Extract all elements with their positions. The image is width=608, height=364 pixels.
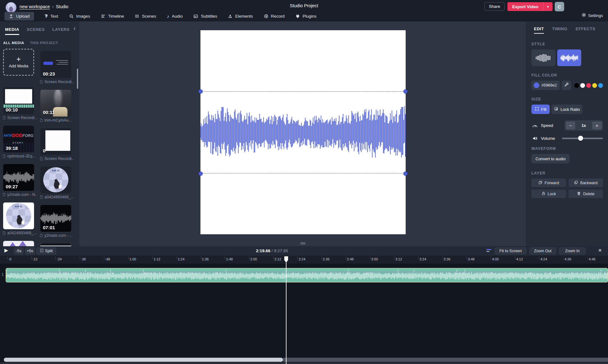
settings-label: Settings <box>588 13 603 18</box>
fit-to-screen-button[interactable]: Fit to Screen <box>495 247 526 254</box>
media-scrollbar[interactable] <box>77 69 78 89</box>
share-button[interactable]: Share <box>484 2 505 11</box>
speed-value: 1x <box>575 123 592 128</box>
tab-edit[interactable]: EDIT <box>534 26 544 34</box>
fill-corners-icon <box>535 107 539 112</box>
audio-track[interactable] <box>6 268 608 282</box>
selection-handle-tl[interactable] <box>199 89 203 94</box>
toolbar-item-subtitles[interactable]: Subtitles <box>193 14 217 19</box>
media-item[interactable]: 00:11 <box>40 90 71 117</box>
media-item[interactable]: 07:01 <box>40 205 71 232</box>
layer-section-label: LAYER <box>531 171 603 175</box>
ruler-tick <box>32 257 32 259</box>
zoom-out-button[interactable]: Zoom Out <box>530 247 556 254</box>
tab-effects[interactable]: EFFECTS <box>576 26 595 34</box>
palette-color[interactable] <box>586 83 591 88</box>
play-button[interactable]: ▶ <box>4 247 8 253</box>
style-wave-button[interactable] <box>557 49 581 66</box>
volume-slider[interactable] <box>562 136 603 141</box>
lock-ratio-button[interactable]: Lock Ratio <box>552 105 582 114</box>
speed-decrease-button[interactable]: − <box>566 122 575 129</box>
layer-delete-button[interactable]: Delete <box>569 190 603 198</box>
ruler-tick <box>418 257 419 259</box>
left-sidebar: MEDIA SCENES LAYERS ‹ ALL MEDIA THIS PRO… <box>0 21 79 246</box>
media-duration: 00:10 <box>6 107 18 112</box>
ruler-tick <box>55 257 56 259</box>
layer-forward-label: Forward <box>545 181 559 185</box>
add-media-button[interactable]: +Add Media <box>3 49 34 76</box>
ruler-label: 2:24 <box>298 257 305 261</box>
convert-to-audio-button[interactable]: Convert to audio <box>531 154 570 163</box>
fill-color-row: #5969e2 <box>531 81 603 90</box>
tab-timing[interactable]: TIMING <box>552 26 568 34</box>
record-icon <box>264 14 269 19</box>
timeline-resize-grip[interactable] <box>300 242 305 245</box>
color-swatch-button[interactable]: #5969e2 <box>531 81 560 90</box>
ruler-tick <box>273 257 274 259</box>
timeline-hscroll-track[interactable] <box>283 358 608 362</box>
toolbar-item-audio[interactable]: ♪Audio <box>167 14 182 19</box>
export-video-button[interactable]: Export Video ▾ <box>507 2 553 11</box>
ruler-tick <box>152 257 153 259</box>
chevron-down-icon[interactable]: ▾ <box>543 2 553 11</box>
toolbar-item-record[interactable]: Record <box>264 14 285 19</box>
timeline-ruler[interactable]: :0:12:24:36:481:001:121:241:361:482:002:… <box>0 256 608 264</box>
layer-forward-button[interactable]: Forward <box>531 179 566 187</box>
palette-color[interactable] <box>580 83 585 88</box>
palette-color[interactable] <box>598 83 603 88</box>
split-button[interactable]: Split <box>37 247 56 254</box>
back-5s-button[interactable]: -5s <box>14 247 23 254</box>
eyedropper-button[interactable] <box>562 81 571 90</box>
inspector-panel: EDIT TIMING EFFECTS STYLE FILL COLOR #59… <box>526 21 608 246</box>
fill-size-button[interactable]: Fill <box>531 105 550 114</box>
workspace-link[interactable]: new workspace <box>20 4 50 9</box>
close-timeline-icon[interactable]: × <box>598 247 602 254</box>
layer-backward-button[interactable]: Backward <box>569 179 603 187</box>
size-section-label: SIZE <box>531 97 603 101</box>
volume-slider-knob[interactable] <box>578 136 583 141</box>
zoom-in-button[interactable]: Zoom In <box>559 247 586 254</box>
selection-handle-bl[interactable] <box>199 172 203 176</box>
toolbar-item-upload[interactable]: Upload <box>4 12 34 20</box>
ruler-tick <box>321 257 322 259</box>
selection-handle-tr[interactable] <box>403 89 408 94</box>
media-duration: 00:23 <box>43 71 55 77</box>
media-item[interactable]: 00:10 <box>3 87 34 114</box>
media-item[interactable]: kcik 21 <box>3 202 34 229</box>
style-bars-button[interactable] <box>531 49 555 66</box>
toolbar-item-plugins[interactable]: Plugins <box>295 14 316 19</box>
ruler-tick <box>491 257 491 259</box>
media-duration: 07:01 <box>43 225 55 230</box>
media-item[interactable]: kcik 21 <box>40 167 71 193</box>
toolbar-item-scenes[interactable]: Scenes <box>135 14 156 19</box>
ruler-label: 1:12 <box>153 257 160 261</box>
media-item[interactable]: 00:23 <box>40 51 71 78</box>
user-avatar[interactable]: C <box>555 2 564 11</box>
toolbar-label: Scenes <box>142 14 156 19</box>
send-backward-icon <box>574 180 578 185</box>
media-item[interactable]: 0 <box>40 128 71 155</box>
layer-lock-button[interactable]: Lock <box>531 190 566 198</box>
palette-color[interactable] <box>592 83 597 88</box>
toolbar-item-elements[interactable]: Elements <box>228 14 253 19</box>
palette-color[interactable] <box>574 83 579 88</box>
toolbar-item-text[interactable]: TTText <box>45 14 58 19</box>
toolbar-item-images[interactable]: Images <box>69 14 90 19</box>
ruler-tick <box>104 257 104 259</box>
ruler-label: :0 <box>9 257 11 261</box>
export-video-label: Export Video <box>507 4 543 9</box>
media-item[interactable] <box>40 243 71 246</box>
track-volume-line[interactable] <box>6 272 608 272</box>
timeline-hscroll-thumb[interactable] <box>4 358 283 362</box>
toolbar-item-timeline[interactable]: Timeline <box>101 14 124 19</box>
track-size-icon[interactable] <box>486 249 491 252</box>
forward-5s-button[interactable]: +5s <box>25 247 35 254</box>
media-item[interactable]: ANTADODFORGSTART.39:18 <box>3 126 34 152</box>
video-canvas[interactable] <box>200 30 406 234</box>
layer-lock-label: Lock <box>548 192 556 196</box>
media-item[interactable] <box>3 241 34 246</box>
speed-increase-button[interactable]: + <box>592 122 602 129</box>
media-item[interactable]: 09:27 <box>3 164 34 191</box>
settings-button[interactable]: Settings <box>582 13 603 18</box>
selection-handle-br[interactable] <box>403 172 408 176</box>
